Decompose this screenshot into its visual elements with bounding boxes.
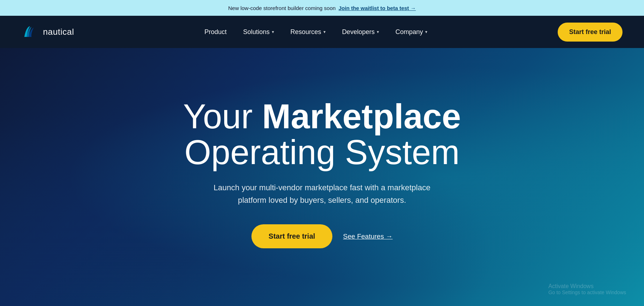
nav-item-company[interactable]: Company ▾	[389, 25, 434, 39]
chevron-down-icon: ▾	[377, 29, 379, 34]
nav-menu: Product Solutions ▾ Resources ▾ Develope…	[198, 25, 434, 39]
start-free-trial-nav-button[interactable]: Start free trial	[558, 23, 623, 42]
chevron-down-icon: ▾	[323, 29, 326, 34]
navbar: nautical Product Solutions ▾ Resources ▾…	[0, 16, 644, 48]
announcement-text: New low-code storefront builder coming s…	[228, 5, 336, 11]
nautical-logo-icon	[21, 23, 39, 40]
navbar-cta: Start free trial	[558, 23, 623, 42]
announcement-bar: New low-code storefront builder coming s…	[0, 0, 644, 16]
nav-item-developers[interactable]: Developers ▾	[336, 25, 385, 39]
see-features-button[interactable]: See Features →	[343, 233, 393, 240]
nav-item-solutions[interactable]: Solutions ▾	[237, 25, 280, 39]
logo-group: nautical	[21, 23, 74, 40]
windows-watermark-subtitle: Go to Settings to activate Windows	[548, 290, 626, 295]
hero-section: Your Marketplace Operating System Launch…	[0, 48, 644, 306]
windows-watermark-title: Activate Windows	[548, 283, 626, 290]
logo-text: nautical	[43, 27, 74, 37]
hero-content: Your Marketplace Operating System Launch…	[183, 99, 461, 249]
announcement-link[interactable]: Join the waitlist to beta test →	[338, 5, 416, 11]
hero-subtitle: Launch your multi-vendor marketplace fas…	[200, 181, 444, 206]
chevron-down-icon: ▾	[425, 29, 427, 34]
start-free-trial-hero-button[interactable]: Start free trial	[251, 224, 332, 248]
hero-actions: Start free trial See Features →	[183, 224, 461, 248]
hero-title-os: Operating System	[184, 133, 460, 171]
hero-title-marketplace: Marketplace	[262, 97, 461, 135]
nav-item-product[interactable]: Product	[198, 25, 233, 39]
windows-watermark: Activate Windows Go to Settings to activ…	[548, 283, 626, 295]
chevron-down-icon: ▾	[272, 29, 274, 34]
hero-title: Your Marketplace Operating System	[183, 99, 461, 171]
nav-item-resources[interactable]: Resources ▾	[284, 25, 332, 39]
hero-title-your: Your	[183, 97, 262, 135]
